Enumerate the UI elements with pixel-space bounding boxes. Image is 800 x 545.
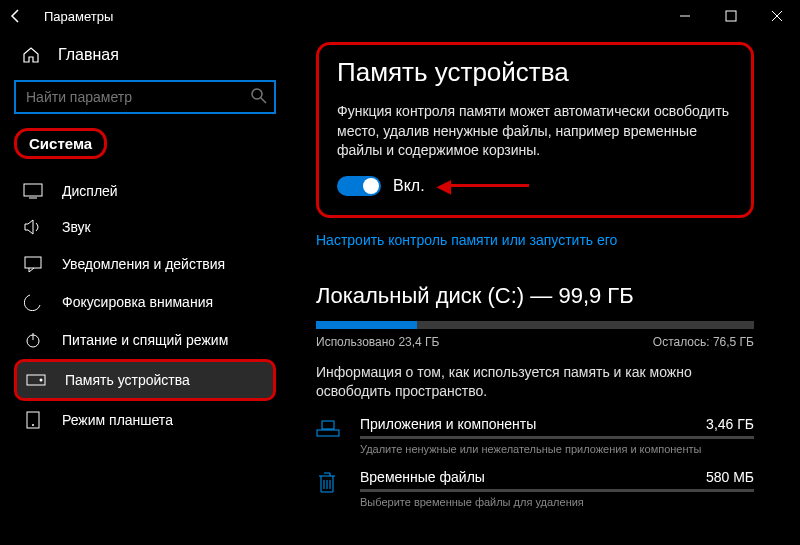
storage-icon — [25, 374, 47, 386]
disk-usage-bar — [316, 321, 754, 329]
content-area: Память устройства Функция контроля памят… — [290, 32, 800, 545]
svg-point-2 — [252, 89, 262, 99]
sidebar-item-label: Уведомления и действия — [62, 256, 225, 272]
sidebar-item-label: Дисплей — [62, 183, 118, 199]
apps-icon — [316, 416, 344, 438]
sidebar-item-notifications[interactable]: Уведомления и действия — [14, 245, 276, 283]
power-icon — [22, 331, 44, 349]
disk-used-label: Использовано 23,4 ГБ — [316, 335, 439, 349]
sidebar-item-display[interactable]: Дисплей — [14, 173, 276, 209]
svg-rect-14 — [317, 430, 339, 436]
sidebar-item-power[interactable]: Питание и спящий режим — [14, 321, 276, 359]
maximize-button[interactable] — [708, 0, 754, 32]
tablet-icon — [22, 411, 44, 429]
configure-storage-sense-link[interactable]: Настроить контроль памяти или запустить … — [316, 232, 617, 248]
close-button[interactable] — [754, 0, 800, 32]
home-label: Главная — [58, 46, 119, 64]
home-link[interactable]: Главная — [14, 40, 276, 70]
svg-rect-13 — [322, 421, 334, 429]
storage-sense-panel: Память устройства Функция контроля памят… — [316, 42, 754, 218]
storage-sense-toggle[interactable] — [337, 176, 381, 196]
svg-point-12 — [32, 424, 34, 426]
back-button[interactable] — [8, 8, 40, 24]
storage-category-size: 580 МБ — [706, 469, 754, 485]
local-disk-heading: Локальный диск (C:) — 99,9 ГБ — [316, 283, 754, 309]
storage-category-sub: Выберите временные файлы для удаления — [360, 496, 754, 508]
disk-free-label: Осталось: 76,5 ГБ — [653, 335, 754, 349]
svg-rect-1 — [726, 11, 736, 21]
storage-category-size: 3,46 ГБ — [706, 416, 754, 432]
storage-category-name: Временные файлы — [360, 469, 485, 485]
window-title: Параметры — [44, 9, 113, 24]
sidebar-item-focus[interactable]: Фокусировка внимания — [14, 283, 276, 321]
storage-category-name: Приложения и компоненты — [360, 416, 536, 432]
page-title: Память устройства — [337, 57, 733, 88]
storage-category-sub: Удалите ненужные или нежелательные прило… — [360, 443, 754, 455]
sidebar-item-label: Звук — [62, 219, 91, 235]
sound-icon — [22, 219, 44, 235]
svg-rect-4 — [24, 184, 42, 196]
annotation-arrow: ◀ — [437, 175, 529, 197]
storage-category-temp[interactable]: Временные файлы580 МБ Выберите временные… — [316, 469, 754, 508]
notifications-icon — [22, 255, 44, 273]
minimize-button[interactable] — [662, 0, 708, 32]
sidebar-item-tablet[interactable]: Режим планшета — [14, 401, 276, 439]
sidebar-item-label: Память устройства — [65, 372, 190, 388]
svg-point-10 — [40, 379, 43, 382]
storage-hint: Информация о том, как используется памят… — [316, 363, 754, 402]
sidebar-item-label: Режим планшета — [62, 412, 173, 428]
focus-icon — [22, 293, 44, 311]
trash-icon — [316, 469, 344, 495]
sidebar-item-label: Фокусировка внимания — [62, 294, 213, 310]
category-system[interactable]: Система — [14, 128, 107, 159]
search-input[interactable] — [14, 80, 276, 114]
storage-category-apps[interactable]: Приложения и компоненты3,46 ГБ Удалите н… — [316, 416, 754, 455]
home-icon — [22, 46, 42, 64]
sidebar-item-sound[interactable]: Звук — [14, 209, 276, 245]
display-icon — [22, 183, 44, 199]
toggle-label: Вкл. — [393, 177, 425, 195]
sidebar: Главная Система Дисплей Звук Уведомления… — [0, 32, 290, 545]
storage-sense-description: Функция контроля памяти может автоматиче… — [337, 102, 733, 161]
sidebar-item-storage[interactable]: Память устройства — [14, 359, 276, 401]
sidebar-item-label: Питание и спящий режим — [62, 332, 228, 348]
svg-rect-6 — [25, 257, 41, 268]
search-icon — [250, 87, 268, 105]
svg-line-3 — [261, 98, 266, 103]
search-box[interactable] — [14, 80, 276, 114]
